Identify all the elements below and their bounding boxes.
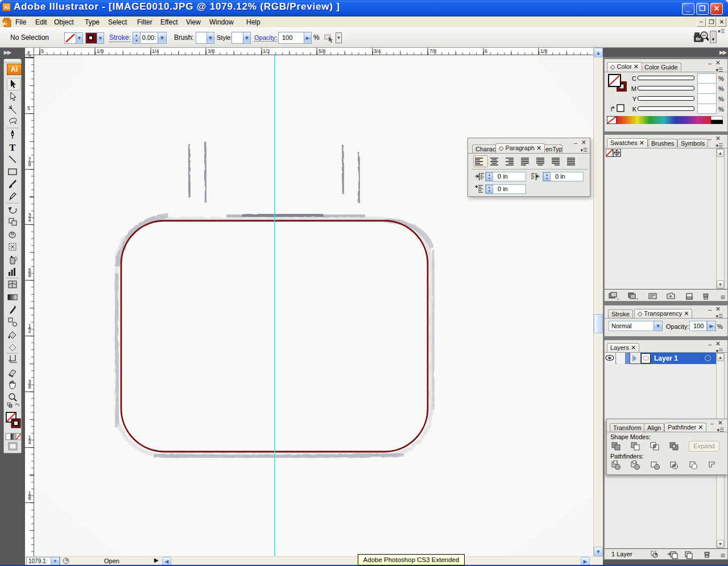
svg-text:Br: Br — [696, 36, 701, 42]
svg-text:Ai: Ai — [3, 22, 7, 26]
svg-text:T: T — [9, 142, 16, 153]
